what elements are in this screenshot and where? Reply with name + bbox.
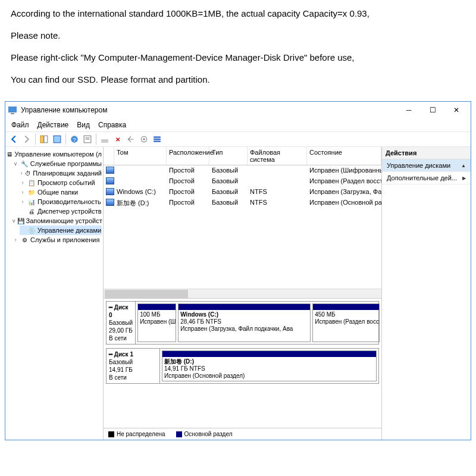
- action-disk-management[interactable]: Управление дисками▲: [382, 159, 471, 172]
- app-icon: [8, 105, 17, 115]
- disk-entry[interactable]: ━ Диск 1Базовый14,91 ГБВ сети新加卷 (D:)14,…: [106, 348, 379, 384]
- svg-rect-1: [11, 113, 14, 114]
- menu-action[interactable]: Действие: [34, 120, 73, 130]
- col-status[interactable]: Состояние: [307, 147, 381, 165]
- partition[interactable]: 新加卷 (D:)14,91 ГБ NTFSИсправен (Основной …: [162, 350, 377, 381]
- legend-unallocated: Не распределена: [108, 431, 165, 437]
- delete-button[interactable]: ✕: [112, 133, 124, 145]
- intro-line: You can find our SSD. Please format and …: [11, 73, 465, 86]
- center-pane: Том Расположение Тип Файловая система Со…: [104, 147, 381, 440]
- menu-file[interactable]: Файл: [8, 120, 33, 130]
- computer-management-window: Управление компьютером ─ ☐ ✕ Файл Действ…: [5, 101, 471, 440]
- folder-icon: 📁: [27, 188, 36, 196]
- volume-list[interactable]: Том Расположение Тип Файловая система Со…: [104, 147, 381, 299]
- vol-layout: Простой: [167, 166, 209, 176]
- svg-rect-13: [154, 136, 161, 137]
- storage-icon: 💾: [17, 217, 24, 225]
- vol-type: Базовый: [209, 166, 248, 176]
- horizontal-scrollbar[interactable]: [104, 289, 381, 298]
- tree-storage[interactable]: v💾Запоминающие устройст: [12, 216, 102, 226]
- svg-rect-14: [154, 139, 161, 140]
- titlebar[interactable]: Управление компьютером ─ ☐ ✕: [5, 102, 471, 118]
- toolbar-icon[interactable]: [99, 133, 111, 145]
- navigation-tree[interactable]: 🖥Управление компьютером (л v🔧Служебные п…: [5, 147, 104, 440]
- intro-line: Please note.: [11, 29, 465, 42]
- minimize-button[interactable]: ─: [397, 102, 421, 118]
- wrench-icon: 🔧: [20, 159, 29, 168]
- intro-line: Please right-click "My Computer-Manageme…: [11, 51, 465, 64]
- col-type[interactable]: Тип: [209, 147, 248, 165]
- tree-root[interactable]: 🖥Управление компьютером (л: [7, 149, 102, 159]
- vol-name: [114, 177, 167, 186]
- vol-name: 新加卷 (D:): [114, 198, 167, 208]
- clock-icon: ⏱: [25, 169, 31, 177]
- svg-rect-10: [101, 139, 108, 143]
- disk-entry[interactable]: ━ Диск 0Базовый29,00 ГБВ сети100 МБИспра…: [106, 301, 379, 345]
- volume-icon: [106, 199, 114, 206]
- vol-layout: Простой: [167, 177, 209, 186]
- toolbar-icon[interactable]: [125, 133, 137, 145]
- vol-status: Исправен (Шифрованный (EFI) системнь: [307, 166, 381, 176]
- maximize-button[interactable]: ☐: [421, 102, 444, 118]
- disk-map[interactable]: ━ Диск 0Базовый29,00 ГБВ сети100 МБИспра…: [104, 299, 381, 427]
- chevron-right-icon: ▶: [462, 176, 466, 181]
- legend-primary: Основной раздел: [176, 431, 233, 437]
- partition[interactable]: 100 МБИсправен (Шифр: [137, 303, 176, 342]
- close-button[interactable]: ✕: [444, 102, 468, 118]
- menu-help[interactable]: Справка: [95, 120, 130, 130]
- col-volume[interactable]: Том: [114, 147, 167, 165]
- actions-header: Действия: [382, 147, 471, 159]
- svg-rect-15: [154, 140, 161, 142]
- vol-name: Windows (C:): [114, 187, 167, 197]
- svg-rect-0: [8, 107, 17, 112]
- action-more[interactable]: Дополнительные дей...▶: [382, 172, 471, 184]
- tree-disk-management[interactable]: 💿Управление дисками: [20, 226, 102, 235]
- tree-system-tools[interactable]: v🔧Служебные программы: [12, 159, 102, 168]
- volume-row[interactable]: Простой Базовый Исправен (Шифрованный (E…: [104, 165, 381, 176]
- back-button[interactable]: [8, 133, 20, 145]
- forward-button[interactable]: [21, 133, 33, 145]
- vol-fs: NTFS: [248, 198, 307, 208]
- tree-services[interactable]: ›⚙Службы и приложения: [12, 235, 102, 245]
- volume-row[interactable]: 新加卷 (D:) Простой Базовый NTFS Исправен (…: [104, 198, 381, 209]
- event-icon: 📋: [27, 178, 36, 187]
- vol-fs: [248, 166, 307, 176]
- volume-row[interactable]: Простой Базовый Исправен (Раздел восстан…: [104, 176, 381, 187]
- settings-button[interactable]: [138, 133, 150, 145]
- menu-view[interactable]: Вид: [73, 120, 93, 130]
- intro-line: According to the international standard …: [11, 7, 465, 20]
- menubar: Файл Действие Вид Справка: [5, 118, 471, 132]
- disk-partitions: 100 МБИсправен (ШифрWindows (C:)28,46 ГБ…: [136, 302, 381, 344]
- tree-shared-folders[interactable]: ›📁Общие папки: [20, 187, 102, 197]
- computer-icon: 🖥: [7, 150, 13, 158]
- collapse-icon: ▲: [461, 163, 466, 168]
- col-layout[interactable]: Расположение: [167, 147, 209, 165]
- tree-task-scheduler[interactable]: ›⏱Планировщик заданий: [20, 168, 102, 178]
- vol-status: Исправен (Загрузка, Файл подкачки, Ава: [307, 187, 381, 197]
- disk-label: ━ Диск 1Базовый14,91 ГБВ сети: [107, 349, 160, 383]
- tree-device-manager[interactable]: 🖨Диспетчер устройств: [20, 206, 102, 216]
- volume-header: Том Расположение Тип Файловая система Со…: [104, 147, 381, 165]
- vol-layout: Простой: [167, 187, 209, 197]
- refresh-button[interactable]: [51, 133, 63, 145]
- tree-performance[interactable]: ›📊Производительность: [20, 197, 102, 206]
- volume-icon: [106, 167, 114, 174]
- svg-point-12: [143, 138, 145, 140]
- list-view-button[interactable]: [151, 133, 163, 145]
- disk-icon: 💿: [27, 226, 36, 234]
- properties-button[interactable]: [82, 133, 93, 145]
- partition[interactable]: Windows (C:)28,46 ГБ NTFSИсправен (Загру…: [178, 303, 311, 342]
- perf-icon: 📊: [27, 198, 36, 206]
- col-filesystem[interactable]: Файловая система: [248, 147, 307, 165]
- vol-status: Исправен (Раздел восстановления): [307, 177, 381, 186]
- tree-event-viewer[interactable]: ›📋Просмотр событий: [20, 178, 102, 187]
- services-icon: ⚙: [20, 236, 29, 244]
- volume-icon: [106, 188, 114, 195]
- intro-text: According to the international standard …: [0, 0, 476, 100]
- partition[interactable]: 450 МБИсправен (Раздел восс: [312, 303, 379, 342]
- show-hide-button[interactable]: [38, 133, 50, 145]
- volume-row[interactable]: Windows (C:) Простой Базовый NTFS Исправ…: [104, 187, 381, 198]
- disk-label: ━ Диск 0Базовый29,00 ГБВ сети: [107, 302, 136, 344]
- help-button[interactable]: ?: [68, 133, 80, 145]
- svg-rect-3: [44, 136, 48, 143]
